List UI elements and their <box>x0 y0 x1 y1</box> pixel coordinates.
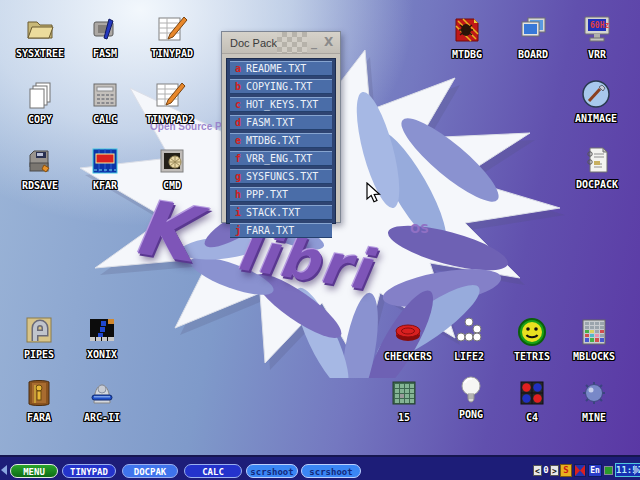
icon-label: FARA <box>7 412 71 423</box>
desktop-icon-tetris[interactable]: TETRIS <box>500 316 564 362</box>
pages-icon <box>24 79 56 111</box>
desktop-icon-tinypad2[interactable]: TINYPAD2 <box>138 79 202 125</box>
hotkey-label: f <box>230 152 246 165</box>
workspace-prev-icon[interactable]: < <box>533 465 542 476</box>
desktop-icon-mtdbg[interactable]: MTDBG <box>435 14 499 60</box>
icon-label: DOCPACK <box>565 179 629 190</box>
desktop-icon-copy[interactable]: COPY <box>8 79 72 125</box>
menu-button[interactable]: MENU <box>10 464 58 478</box>
close-icon: X <box>324 35 333 49</box>
desktop-icon-systree[interactable]: SYSXTREE <box>8 13 72 59</box>
smiley-icon <box>516 316 548 348</box>
icon-label: FASM <box>73 48 137 59</box>
icon-label: MBLOCKS <box>562 351 626 362</box>
taskbar-scroll-left-icon[interactable] <box>1 465 7 475</box>
hotkey-label: g <box>230 170 246 183</box>
icon-label: ARC-II <box>70 412 134 423</box>
desktop-icon-board[interactable]: BOARD <box>501 14 565 60</box>
desktop-icon-rdsave[interactable]: RDSAVE <box>8 145 72 191</box>
tray-butterfly-icon[interactable] <box>574 464 586 477</box>
hotkey-label: j <box>230 224 246 237</box>
icon-label: XONIX <box>70 349 134 360</box>
logo-os: OS <box>410 222 429 236</box>
icon-label: MTDBG <box>435 49 499 60</box>
file-name: SYSFUNCS.TXT <box>246 170 318 183</box>
desktop-icon-fasm[interactable]: FASM <box>73 13 137 59</box>
icon-label: CMD <box>140 180 204 191</box>
desktop-icon-kfar[interactable]: KFAR <box>73 145 137 191</box>
file-button-vrreng[interactable]: fVRR_ENG.TXT <box>230 151 332 166</box>
task-button-calc[interactable]: CALC <box>184 464 242 478</box>
task-button-tinypad[interactable]: TINYPAD <box>62 464 116 478</box>
file-button-fasm[interactable]: dFASM.TXT <box>230 115 332 130</box>
file-button-copying[interactable]: bCOPYING.TXT <box>230 79 332 94</box>
file-button-fara[interactable]: jFARA.TXT <box>230 223 332 238</box>
lightbulb-icon <box>455 374 487 406</box>
icon-label: CHECKERS <box>376 351 440 362</box>
desktop-icon-xonix[interactable]: XONIX <box>70 314 134 360</box>
task-button-docpak[interactable]: DOCPAK <box>122 464 178 478</box>
doc-pack-window: Doc Pack _ X aREADME.TXT bCOPYING.TXT cH… <box>221 31 341 223</box>
file-button-stack[interactable]: iSTACK.TXT <box>230 205 332 220</box>
file-name: HOT_KEYS.TXT <box>246 98 318 111</box>
desktop-icon-animage[interactable]: ANIMAGE <box>564 78 628 124</box>
desktop-icon-vrr[interactable]: 60Hz VRR <box>565 14 629 60</box>
desktop-icon-fara[interactable]: FARA <box>7 377 71 423</box>
hotkey-label: a <box>230 62 246 75</box>
icon-label: MINE <box>562 412 626 423</box>
tray-green-status-icon[interactable] <box>604 466 613 475</box>
desktop-icon-mblocks[interactable]: MBLOCKS <box>562 316 626 362</box>
checker-piece-icon <box>392 316 424 348</box>
debugger-bug-icon <box>451 14 483 46</box>
desktop-icon-pong[interactable]: PONG <box>439 374 503 420</box>
blocks-grid-icon <box>578 316 610 348</box>
file-name: MTDBG.TXT <box>246 134 300 147</box>
icon-label: RDSAVE <box>8 180 72 191</box>
desktop-icon-15[interactable]: 15 <box>372 377 436 423</box>
icon-label: VRR <box>565 49 629 60</box>
task-button-scrshoot-2[interactable]: scrshoot <box>301 464 361 478</box>
file-name: README.TXT <box>246 62 306 75</box>
file-button-ppp[interactable]: hPPP.TXT <box>230 187 332 202</box>
file-name: COPYING.TXT <box>246 80 312 93</box>
mine-icon <box>578 377 610 409</box>
window-titlebar[interactable]: Doc Pack _ X <box>222 32 340 54</box>
file-name: FARA.TXT <box>246 224 294 237</box>
hotkey-label: e <box>230 134 246 147</box>
desktop-icon-arcii[interactable]: ARC-II <box>70 377 134 423</box>
logo-k: K <box>128 182 200 279</box>
monitor-60hz-icon: 60Hz <box>581 14 613 46</box>
icon-label: ANIMAGE <box>564 113 628 124</box>
desktop-icon-mine[interactable]: MINE <box>562 377 626 423</box>
desktop-icon-pipes[interactable]: PIPES <box>7 314 71 360</box>
desktop-icon-c4[interactable]: C4 <box>500 377 564 423</box>
close-button[interactable]: X <box>321 32 336 53</box>
file-name: VRR_ENG.TXT <box>246 152 312 165</box>
chip-pen-icon <box>89 13 121 45</box>
file-button-mtdbg[interactable]: eMTDBG.TXT <box>230 133 332 148</box>
calculator-icon <box>89 79 121 111</box>
desktop-icon-tinypad[interactable]: TINYPAD <box>140 13 204 59</box>
window-title: Doc Pack <box>230 37 277 49</box>
desktop-icon-cmd[interactable]: CMD <box>140 145 204 191</box>
desktop-icon-checkers[interactable]: CHECKERS <box>376 316 440 362</box>
file-button-readme[interactable]: aREADME.TXT <box>230 61 332 76</box>
tray-s-badge[interactable]: S <box>560 464 572 477</box>
icon-label: PIPES <box>7 349 71 360</box>
file-button-hotkeys[interactable]: cHOT_KEYS.TXT <box>230 97 332 112</box>
desktop-icon-life2[interactable]: LIFE2 <box>437 316 501 362</box>
file-button-sysfuncs[interactable]: gSYSFUNCS.TXT <box>230 169 332 184</box>
desktop-icon-calc[interactable]: CALC <box>73 79 137 125</box>
titlebar-pattern <box>277 32 306 53</box>
icon-label: COPY <box>8 114 72 125</box>
taskbar-scroll-right-icon[interactable] <box>634 465 640 475</box>
desktop-icon-docpack[interactable]: DOCPACK <box>565 144 629 190</box>
document-icon <box>581 144 613 176</box>
workspace-next-icon[interactable]: > <box>550 465 559 476</box>
task-button-scrshoot-1[interactable]: scrshoot <box>246 464 298 478</box>
keyboard-layout-indicator[interactable]: En <box>588 464 602 477</box>
fifteen-puzzle-icon <box>388 377 420 409</box>
notepad-pencil-icon <box>154 79 186 111</box>
file-name: STACK.TXT <box>246 206 300 219</box>
minimize-button[interactable]: _ <box>307 32 322 53</box>
